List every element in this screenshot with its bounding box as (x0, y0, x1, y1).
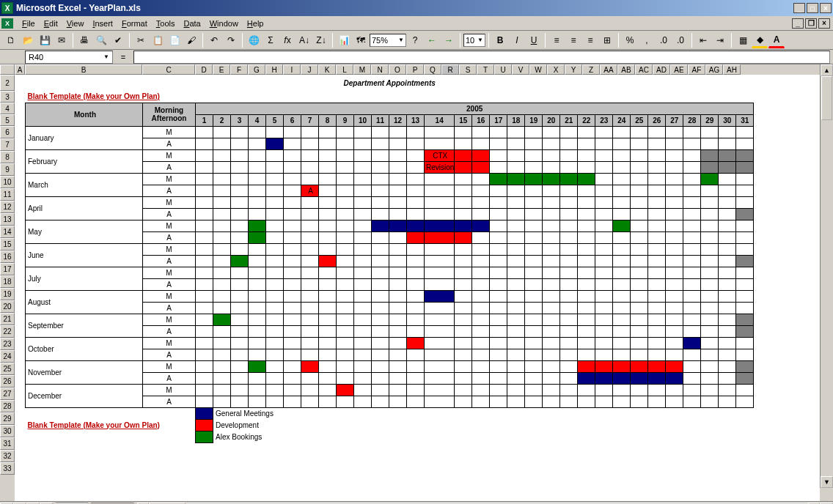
col-header-AA[interactable]: AA (600, 64, 617, 75)
undo-icon[interactable]: ↶ (206, 32, 222, 48)
col-header-I[interactable]: I (283, 64, 301, 75)
doc-restore-button[interactable]: ❐ (805, 18, 817, 29)
underline-icon[interactable]: U (526, 32, 542, 48)
row-header-19[interactable]: 19 (0, 288, 15, 300)
row-header-7[interactable]: 7 (0, 138, 15, 151)
cut-icon[interactable]: ✂ (133, 32, 149, 48)
name-box[interactable]: R40▼ (25, 51, 113, 64)
col-header-O[interactable]: O (389, 64, 406, 75)
menu-tools[interactable]: Tools (152, 18, 180, 29)
bold-icon[interactable]: B (492, 32, 508, 48)
spellcheck-icon[interactable]: ✔ (110, 32, 126, 48)
col-header-V[interactable]: V (512, 64, 529, 75)
col-header-D[interactable]: D (195, 64, 213, 75)
chart-icon[interactable]: 📊 (336, 32, 352, 48)
col-header-AB[interactable]: AB (617, 64, 635, 75)
scroll-thumb[interactable] (821, 76, 832, 120)
sort-desc-icon[interactable]: Z↓ (313, 32, 329, 48)
row-header-5[interactable]: 5 (0, 114, 15, 126)
doc-minimize-button[interactable]: _ (792, 18, 804, 29)
redo-icon[interactable]: ↷ (223, 32, 239, 48)
align-right-icon[interactable]: ≡ (582, 32, 598, 48)
col-header-U[interactable]: U (494, 64, 512, 75)
menu-format[interactable]: Format (117, 18, 152, 29)
row-header-22[interactable]: 22 (0, 325, 15, 338)
new-icon[interactable]: 🗋 (3, 32, 19, 48)
menu-view[interactable]: View (62, 18, 89, 29)
close-button[interactable]: × (820, 3, 832, 13)
row-header-21[interactable]: 21 (0, 313, 15, 325)
borders-icon[interactable]: ▦ (735, 32, 751, 48)
grid[interactable]: Department AppointmentsBlank Template (M… (15, 75, 820, 501)
col-header-AG[interactable]: AG (705, 64, 723, 75)
minimize-button[interactable]: _ (793, 3, 805, 13)
select-all-corner[interactable] (0, 64, 15, 75)
row-header-29[interactable]: 29 (0, 412, 15, 425)
scroll-up-icon[interactable]: ▲ (821, 64, 833, 76)
menu-edit[interactable]: Edit (40, 18, 62, 29)
col-header-X[interactable]: X (547, 64, 565, 75)
formula-input[interactable] (133, 51, 830, 64)
col-header-P[interactable]: P (406, 64, 424, 75)
mail-icon[interactable]: ✉ (54, 32, 70, 48)
merge-icon[interactable]: ⊞ (599, 32, 615, 48)
vertical-scrollbar[interactable]: ▲ ▼ (820, 64, 833, 488)
paste-icon[interactable]: 📄 (166, 32, 183, 48)
row-header-23[interactable]: 23 (0, 338, 15, 350)
fill-color-icon[interactable]: ◆ (752, 32, 768, 48)
col-header-T[interactable]: T (477, 64, 494, 75)
decrease-indent-icon[interactable]: ⇤ (695, 32, 711, 48)
print-icon[interactable]: 🖶 (76, 32, 92, 48)
row-header-12[interactable]: 12 (0, 201, 15, 213)
col-header-AC[interactable]: AC (635, 64, 653, 75)
decrease-decimal-icon[interactable]: .0 (672, 32, 689, 48)
row-header-24[interactable]: 24 (0, 350, 15, 363)
row-header-15[interactable]: 15 (0, 238, 15, 251)
workbook-icon[interactable]: X (1, 18, 13, 29)
row-header-14[interactable]: 14 (0, 226, 15, 238)
col-header-K[interactable]: K (318, 64, 336, 75)
col-header-W[interactable]: W (529, 64, 547, 75)
row-header-17[interactable]: 17 (0, 263, 15, 275)
row-header-3[interactable]: 3 (0, 91, 15, 103)
menu-insert[interactable]: Insert (88, 18, 117, 29)
nav-fwd-icon[interactable]: → (441, 32, 457, 48)
font-size-box[interactable]: 10▼ (463, 34, 485, 47)
doc-close-button[interactable]: × (818, 18, 830, 29)
col-header-G[interactable]: G (248, 64, 265, 75)
row-header-27[interactable]: 27 (0, 388, 15, 400)
autosum-icon[interactable]: Σ (263, 32, 279, 48)
print-preview-icon[interactable]: 🔍 (93, 32, 109, 48)
row-header-26[interactable]: 26 (0, 375, 15, 388)
align-left-icon[interactable]: ≡ (548, 32, 565, 48)
col-header-S[interactable]: S (459, 64, 477, 75)
col-header-Y[interactable]: Y (565, 64, 582, 75)
col-header-Q[interactable]: Q (424, 64, 441, 75)
col-header-L[interactable]: L (336, 64, 353, 75)
map-icon[interactable]: 🗺 (353, 32, 369, 48)
col-header-C[interactable]: C (142, 64, 195, 75)
row-header-33[interactable]: 33 (0, 462, 15, 475)
col-header-N[interactable]: N (371, 64, 389, 75)
zoom-box[interactable]: 75%▼ (370, 34, 406, 47)
percent-icon[interactable]: % (622, 32, 638, 48)
col-header-Z[interactable]: Z (582, 64, 600, 75)
increase-indent-icon[interactable]: ⇥ (712, 32, 728, 48)
col-header-E[interactable]: E (213, 64, 230, 75)
col-header-M[interactable]: M (353, 64, 371, 75)
open-icon[interactable]: 📂 (20, 32, 36, 48)
col-header-B[interactable]: B (25, 64, 142, 75)
save-icon[interactable]: 💾 (37, 32, 53, 48)
format-painter-icon[interactable]: 🖌 (183, 32, 199, 48)
col-header-AH[interactable]: AH (723, 64, 741, 75)
row-header-11[interactable]: 11 (0, 188, 15, 201)
help-icon[interactable]: ? (407, 32, 423, 48)
col-header-AE[interactable]: AE (670, 64, 688, 75)
font-color-icon[interactable]: A (768, 32, 785, 48)
menu-file[interactable]: File (18, 18, 40, 29)
row-header-13[interactable]: 13 (0, 213, 15, 226)
col-header-J[interactable]: J (301, 64, 318, 75)
row-header-9[interactable]: 9 (0, 163, 15, 176)
row-header-8[interactable]: 8 (0, 151, 15, 163)
menu-data[interactable]: Data (179, 18, 205, 29)
